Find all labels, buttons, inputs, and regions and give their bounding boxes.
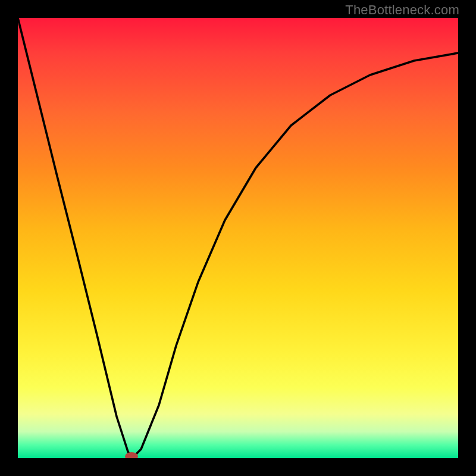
chart-frame: TheBottleneck.com bbox=[0, 0, 476, 476]
watermark-text: TheBottleneck.com bbox=[345, 2, 459, 18]
curve-path bbox=[18, 18, 458, 458]
plot-area bbox=[18, 18, 458, 458]
chart-svg bbox=[18, 18, 458, 458]
